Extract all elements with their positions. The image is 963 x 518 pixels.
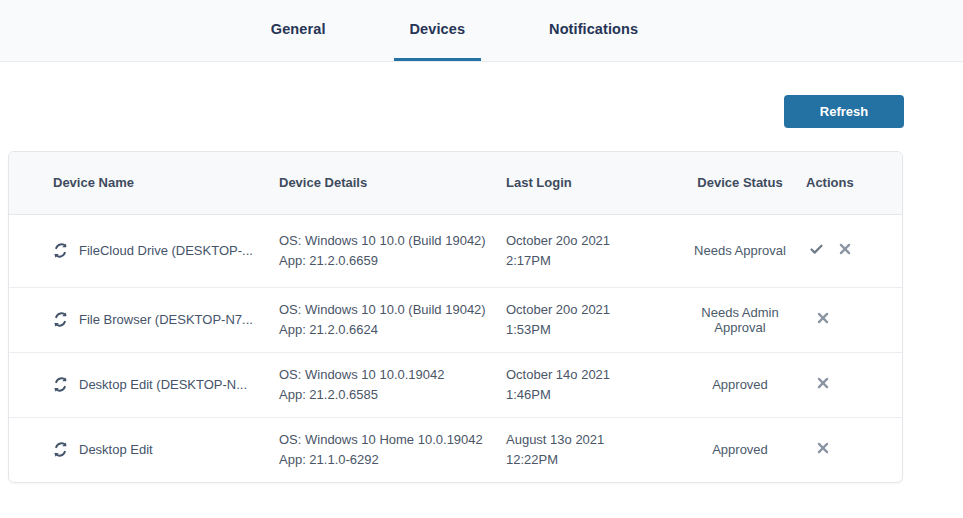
approve-button[interactable]: [806, 240, 827, 262]
last-login-date: October 20o 2021: [506, 231, 672, 251]
table-row: Desktop Edit (DESKTOP-N... OS: Windows 1…: [9, 352, 903, 417]
sync-icon: [53, 442, 68, 457]
tab-notifications[interactable]: Notifications: [533, 0, 654, 61]
devices-table: Device Name Device Details Last Login De…: [9, 152, 903, 482]
column-header-device-status: Device Status: [682, 152, 798, 214]
last-login-date: October 20o 2021: [506, 300, 672, 320]
settings-tab-bar: General Devices Notifications: [0, 0, 963, 62]
device-os: OS: Windows 10 10.0 (Build 19042): [279, 231, 496, 251]
last-login-date: August 13o 2021: [506, 430, 672, 450]
device-os: OS: Windows 10 Home 10.0.19042: [279, 430, 496, 450]
column-header-actions: Actions: [798, 152, 903, 214]
device-app-version: App: 21.1.0-6292: [279, 450, 496, 470]
x-icon: [816, 441, 830, 458]
column-header-device-name: Device Name: [9, 152, 279, 214]
remove-button[interactable]: [814, 309, 832, 330]
remove-button[interactable]: [814, 374, 832, 395]
devices-toolbar: Refresh: [0, 62, 963, 128]
table-row: Desktop Edit OS: Windows 10 Home 10.0.19…: [9, 417, 903, 482]
x-icon: [816, 311, 830, 328]
sync-icon: [53, 377, 68, 392]
last-login-time: 1:53PM: [506, 320, 672, 340]
device-os: OS: Windows 10 10.0 (Build 19042): [279, 300, 496, 320]
device-name: Desktop Edit (DESKTOP-N...: [79, 377, 247, 392]
x-icon: [816, 376, 830, 393]
sync-icon: [53, 243, 68, 258]
device-name: Desktop Edit: [79, 442, 153, 457]
device-name: FileCloud Drive (DESKTOP-...: [79, 243, 253, 258]
device-os: OS: Windows 10 10.0.19042: [279, 365, 496, 385]
remove-button[interactable]: [814, 439, 832, 460]
device-status: Needs Approval: [682, 214, 798, 287]
last-login-time: 2:17PM: [506, 251, 672, 271]
device-status: Needs Admin Approval: [682, 287, 798, 352]
device-app-version: App: 21.2.0.6585: [279, 385, 496, 405]
check-icon: [808, 242, 825, 260]
last-login-time: 1:46PM: [506, 385, 672, 405]
remove-button[interactable]: [836, 240, 854, 261]
table-row: File Browser (DESKTOP-N7... OS: Windows …: [9, 287, 903, 352]
device-app-version: App: 21.2.0.6659: [279, 251, 496, 271]
device-status: Approved: [682, 352, 798, 417]
table-row: FileCloud Drive (DESKTOP-... OS: Windows…: [9, 214, 903, 287]
column-header-device-details: Device Details: [279, 152, 506, 214]
refresh-button[interactable]: Refresh: [784, 95, 904, 128]
table-header-row: Device Name Device Details Last Login De…: [9, 152, 903, 214]
devices-table-card: Device Name Device Details Last Login De…: [8, 151, 903, 483]
device-status: Approved: [682, 417, 798, 482]
tab-devices[interactable]: Devices: [394, 0, 482, 61]
sync-icon: [53, 312, 68, 327]
last-login-date: October 14o 2021: [506, 365, 672, 385]
x-icon: [838, 242, 852, 259]
last-login-time: 12:22PM: [506, 450, 672, 470]
tab-general[interactable]: General: [255, 0, 342, 61]
device-name: File Browser (DESKTOP-N7...: [79, 312, 253, 327]
column-header-last-login: Last Login: [506, 152, 682, 214]
device-app-version: App: 21.2.0.6624: [279, 320, 496, 340]
